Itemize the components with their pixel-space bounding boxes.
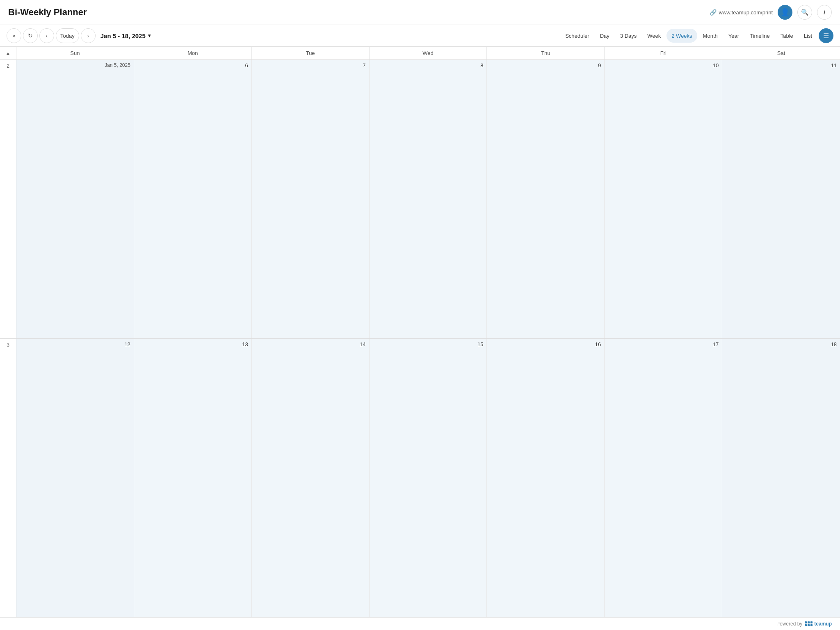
toolbar-left: » ↻ ‹ Today › Jan 5 - 18, 2025 ▾ <box>7 28 559 43</box>
toolbar-right: ☰ <box>819 28 833 43</box>
week-number-3: 3 <box>0 339 16 617</box>
chevron-down-icon: ▾ <box>148 33 151 39</box>
prev-button[interactable]: ‹ <box>39 28 54 43</box>
view-month[interactable]: Month <box>698 29 723 43</box>
day-number: 18 <box>726 341 837 347</box>
logo-dot <box>808 624 810 626</box>
day-cell-jan7[interactable]: 7 <box>252 60 370 338</box>
day-number: 13 <box>137 341 248 347</box>
refresh-button[interactable]: ↻ <box>23 28 38 43</box>
powered-by: Powered by teamup <box>776 621 832 627</box>
brand-name: teamup <box>814 621 832 627</box>
day-cell-jan12[interactable]: 12 <box>16 339 134 617</box>
day-headers: ▲ Sun Mon Tue Wed Thu Fri Sat <box>0 47 840 60</box>
refresh-icon: ↻ <box>28 32 33 39</box>
view-week[interactable]: Week <box>642 29 666 43</box>
day-number: 11 <box>726 62 837 68</box>
today-button[interactable]: Today <box>56 28 79 43</box>
link-icon: 🔗 <box>710 9 717 16</box>
hamburger-menu-button[interactable]: ☰ <box>819 28 833 43</box>
day-number: 9 <box>490 62 601 68</box>
expand-icon: » <box>12 32 16 39</box>
header-thu: Thu <box>487 47 605 59</box>
view-2weeks[interactable]: 2 Weeks <box>667 29 697 43</box>
logo-dot <box>805 621 807 623</box>
date-range-button[interactable]: Jan 5 - 18, 2025 ▾ <box>97 32 154 39</box>
logo-dot <box>810 624 813 626</box>
view-scheduler[interactable]: Scheduler <box>560 29 594 43</box>
view-day[interactable]: Day <box>595 29 614 43</box>
view-switcher: Scheduler Day 3 Days Week 2 Weeks Month … <box>560 29 817 43</box>
day-number: 15 <box>373 341 484 347</box>
view-year[interactable]: Year <box>724 29 744 43</box>
view-table[interactable]: Table <box>776 29 798 43</box>
toolbar: » ↻ ‹ Today › Jan 5 - 18, 2025 ▾ Schedul… <box>0 25 840 47</box>
logo-dot <box>805 624 807 626</box>
logo-dot <box>808 621 810 623</box>
header-fri: Fri <box>605 47 722 59</box>
day-number: 14 <box>255 341 366 347</box>
day-cell-jan13[interactable]: 13 <box>134 339 252 617</box>
search-icon: 🔍 <box>801 9 809 16</box>
app-title: Bi-Weekly Planner <box>8 7 87 18</box>
info-icon: i <box>824 9 825 16</box>
date-range-label: Jan 5 - 18, 2025 <box>100 32 146 39</box>
powered-by-label: Powered by <box>776 621 802 627</box>
expand-button[interactable]: » <box>7 28 21 43</box>
header-sun: Sun <box>16 47 134 59</box>
sort-arrow-icon[interactable]: ▲ <box>6 50 11 56</box>
day-cell-jan6[interactable]: 6 <box>134 60 252 338</box>
day-cell-jan8[interactable]: 8 <box>370 60 487 338</box>
info-button[interactable]: i <box>817 5 832 20</box>
day-cell-jan5[interactable]: Jan 5, 2025 <box>16 60 134 338</box>
day-cell-jan17[interactable]: 17 <box>605 339 722 617</box>
week-number-2: 2 <box>0 60 16 338</box>
day-number: 10 <box>608 62 719 68</box>
next-button[interactable]: › <box>81 28 96 43</box>
week-row: 3 12 13 14 15 16 17 18 <box>0 339 840 617</box>
day-cell-jan10[interactable]: 10 <box>605 60 722 338</box>
header-mon: Mon <box>134 47 252 59</box>
week-row: 2 Jan 5, 2025 6 7 8 9 10 11 <box>0 60 840 339</box>
footer: Powered by teamup <box>0 617 840 630</box>
day-number: 17 <box>608 341 719 347</box>
day-cell-jan9[interactable]: 9 <box>487 60 605 338</box>
header-tue: Tue <box>252 47 370 59</box>
top-header: Bi-Weekly Planner 🔗 www.teamup.com/print… <box>0 0 840 25</box>
logo-dot <box>810 621 813 623</box>
day-cell-jan16[interactable]: 16 <box>487 339 605 617</box>
view-list[interactable]: List <box>799 29 817 43</box>
avatar-button[interactable]: 👤 <box>778 5 792 20</box>
day-number: 16 <box>490 341 601 347</box>
day-cell-jan14[interactable]: 14 <box>252 339 370 617</box>
view-3days[interactable]: 3 Days <box>615 29 641 43</box>
day-cell-jan11[interactable]: 11 <box>722 60 840 338</box>
teamup-logo: teamup <box>805 621 832 627</box>
day-cell-jan15[interactable]: 15 <box>370 339 487 617</box>
chevron-left-icon: ‹ <box>46 32 48 39</box>
day-number: 7 <box>255 62 366 68</box>
logo-dots <box>805 621 813 626</box>
header-sat: Sat <box>722 47 840 59</box>
chevron-right-icon: › <box>87 32 89 39</box>
calendar-body: 2 Jan 5, 2025 6 7 8 9 10 11 <box>0 60 840 617</box>
search-button[interactable]: 🔍 <box>797 5 812 20</box>
view-timeline[interactable]: Timeline <box>745 29 775 43</box>
day-number: 6 <box>137 62 248 68</box>
hamburger-icon: ☰ <box>823 32 829 40</box>
print-url: www.teamup.com/print <box>719 9 773 16</box>
header-wed: Wed <box>370 47 487 59</box>
day-cell-jan18[interactable]: 18 <box>722 339 840 617</box>
day-number: 8 <box>373 62 484 68</box>
day-number: Jan 5, 2025 <box>20 62 130 68</box>
calendar-wrapper: ▲ Sun Mon Tue Wed Thu Fri Sat 2 <box>0 47 840 617</box>
week-number-header-cell: ▲ <box>0 47 16 59</box>
day-number: 12 <box>20 341 130 347</box>
header-right: 🔗 www.teamup.com/print 👤 🔍 i <box>710 5 832 20</box>
avatar-icon: 👤 <box>781 8 790 17</box>
print-link[interactable]: 🔗 www.teamup.com/print <box>710 9 773 16</box>
